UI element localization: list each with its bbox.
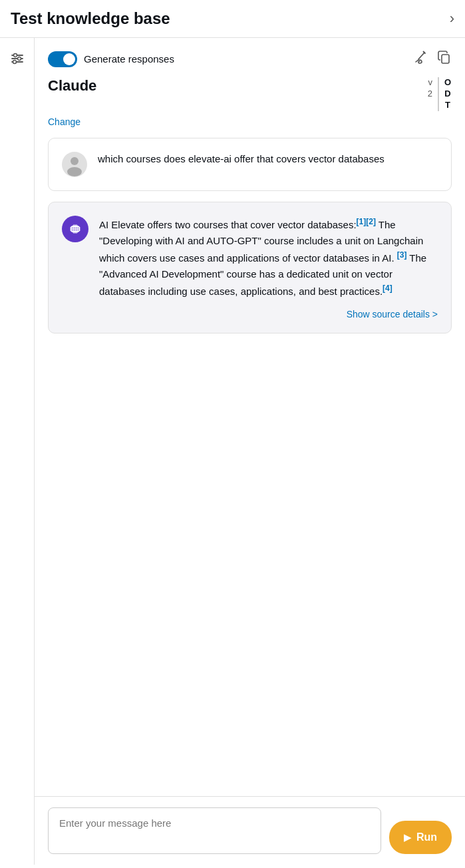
svg-point-5 [13, 61, 16, 64]
input-area: ▶ Run [35, 796, 465, 865]
run-play-icon: ▶ [404, 832, 411, 843]
svg-point-8 [71, 157, 78, 165]
message-input[interactable] [48, 807, 381, 854]
change-model-link[interactable]: Change [35, 111, 465, 138]
run-label: Run [416, 831, 437, 843]
user-message-text: which courses does elevate-ai offer that… [98, 152, 385, 167]
copy-icon[interactable] [437, 50, 452, 68]
ai-message-card: AI Elevate offers two courses that cover… [48, 202, 452, 333]
ai-text-1: AI Elevate offers two courses that cover… [99, 219, 357, 230]
model-name: Claude [48, 77, 96, 95]
user-message-card: which courses does elevate-ai offer that… [48, 138, 452, 191]
generate-responses-toggle[interactable] [48, 51, 77, 67]
run-button[interactable]: ▶ Run [389, 821, 452, 854]
sidebar [0, 38, 35, 865]
generate-responses-toggle-row: Generate responses [48, 51, 174, 67]
content-area: Generate responses [35, 38, 465, 865]
citation-4: [4] [383, 284, 392, 293]
ai-avatar [62, 216, 88, 242]
citation-3: [3] [397, 250, 407, 260]
generate-responses-label: Generate responses [84, 53, 174, 65]
svg-point-4 [17, 57, 21, 61]
page-title: Test knowledge base [11, 9, 170, 28]
ai-message-text: AI Elevate offers two courses that cover… [99, 216, 438, 300]
controls-icons [413, 50, 452, 68]
brush-icon[interactable] [413, 50, 428, 68]
model-version-block: v2 O D T [428, 77, 452, 111]
model-odt: O D T [438, 77, 452, 111]
ai-message-top: AI Elevate offers two courses that cover… [62, 216, 438, 300]
main-layout: Generate responses [0, 38, 465, 865]
svg-point-3 [13, 54, 17, 57]
show-source-details-link[interactable]: Show source details > [62, 309, 438, 320]
header-chevron-icon[interactable]: › [450, 10, 454, 27]
chat-area: which courses does elevate-ai offer that… [35, 138, 465, 796]
page-header: Test knowledge base › [0, 0, 465, 38]
model-row: Claude v2 O D T [35, 75, 465, 111]
user-avatar [62, 152, 87, 177]
filter-icon[interactable] [10, 51, 25, 69]
controls-row: Generate responses [35, 38, 465, 75]
citation-1: [1][2] [357, 217, 376, 226]
model-version: v2 [428, 77, 432, 100]
svg-point-9 [67, 167, 82, 176]
svg-rect-6 [442, 55, 449, 63]
